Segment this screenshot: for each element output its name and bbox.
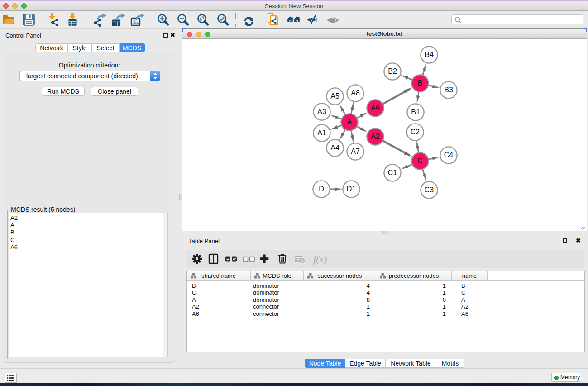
svg-text:D1: D1 [347, 185, 356, 193]
svg-text:B1: B1 [411, 108, 420, 116]
svg-text:A8: A8 [351, 89, 360, 97]
svg-text:B3: B3 [444, 86, 453, 94]
svg-text:C3: C3 [425, 186, 434, 194]
svg-text:C: C [417, 157, 423, 165]
svg-text:B4: B4 [425, 51, 434, 58]
svg-text:f(x): f(x) [313, 253, 327, 265]
svg-text:A4: A4 [330, 144, 339, 152]
svg-text:A1: A1 [317, 129, 326, 137]
svg-text:C4: C4 [444, 151, 454, 159]
svg-text:A6: A6 [371, 104, 380, 112]
svg-text:A5: A5 [330, 92, 339, 100]
svg-text:D: D [319, 185, 324, 193]
svg-text:A2: A2 [371, 133, 380, 140]
svg-text:A3: A3 [317, 108, 326, 115]
svg-text:A7: A7 [351, 148, 360, 155]
svg-text:A: A [347, 118, 352, 126]
svg-text:C2: C2 [411, 128, 420, 136]
svg-text:B: B [418, 79, 423, 87]
svg-text:B2: B2 [388, 67, 397, 75]
svg-text:C1: C1 [388, 169, 397, 176]
